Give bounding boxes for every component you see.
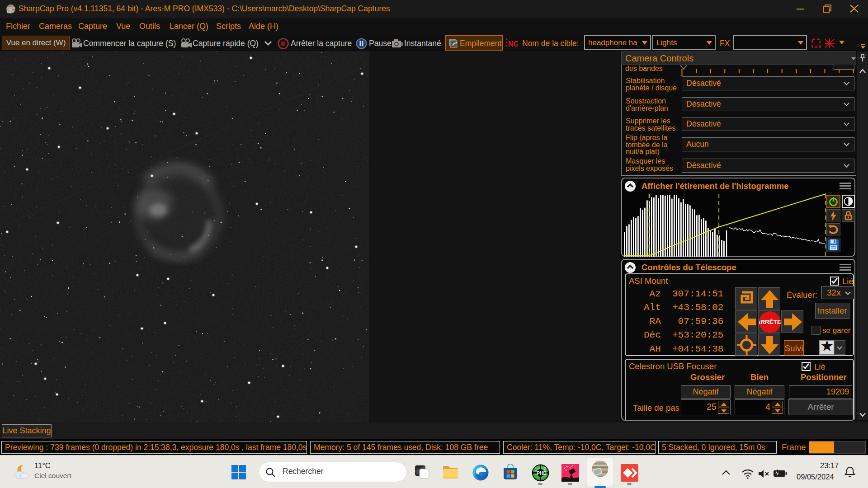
svg-text:PHD: PHD — [537, 471, 547, 476]
svg-text:2: 2 — [544, 466, 546, 470]
svg-text:NG: NG — [508, 40, 518, 48]
